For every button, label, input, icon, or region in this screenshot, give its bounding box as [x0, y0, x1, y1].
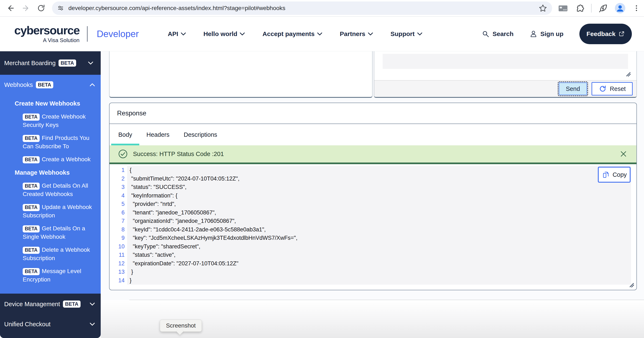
- sidebar-section-webhooks[interactable]: WebhooksBETA: [0, 75, 101, 95]
- sidebar-item-message-level-encryption[interactable]: BETAMessage Level Encryption: [0, 267, 101, 284]
- sidebar-group-heading[interactable]: Create New Webhooks: [0, 99, 101, 108]
- logo-wordmark: cybersource: [14, 24, 80, 36]
- textarea-resize-handle[interactable]: [626, 71, 631, 78]
- extensions-puzzle-icon[interactable]: [575, 3, 584, 13]
- browser-toolbar: developer.cybersource.com/api-reference-…: [0, 0, 644, 17]
- beta-badge: BETA: [58, 59, 76, 67]
- line-number: 11: [114, 251, 127, 259]
- logo-tagline: A Visa Solution: [43, 37, 80, 43]
- sidebar-group-heading[interactable]: Manage Webhooks: [0, 168, 101, 177]
- code-line: "expirationDate": "2027-07-10T04:05:12Z": [127, 259, 631, 268]
- line-number: 3: [114, 183, 127, 191]
- chevron-up-icon: [90, 83, 95, 86]
- back-icon[interactable]: [6, 3, 15, 13]
- line-number: 8: [114, 225, 127, 234]
- chevron-down-icon: [181, 32, 186, 35]
- battery-saver-leaf-icon[interactable]: [598, 3, 608, 13]
- tab-descriptions[interactable]: Descriptions: [177, 124, 224, 145]
- beta-badge: BETA: [23, 247, 40, 254]
- response-panel: Response BodyHeadersDescriptions Success…: [109, 103, 637, 290]
- response-title: Response: [117, 110, 146, 117]
- response-json-code[interactable]: 1{2 "submitTimeUtc": "2024-07-10T04:05:1…: [114, 166, 631, 285]
- sidebar-item-create-webhook-security-keys[interactable]: BETACreate Webhook Security Keys: [0, 112, 101, 129]
- sidebar-item-delete-a-webhook-subscription[interactable]: BETADelete a Webhook Subscription: [0, 246, 101, 262]
- developer-brand[interactable]: Developer: [97, 29, 139, 39]
- forward-icon[interactable]: [22, 3, 31, 13]
- signup-button[interactable]: Sign up: [530, 30, 564, 38]
- line-number: 1: [114, 166, 127, 174]
- chevron-down-icon: [317, 32, 322, 35]
- code-line: "keyType": "sharedSecret",: [127, 242, 631, 251]
- sidebar-section-device-management[interactable]: Device ManagementBETA: [0, 294, 101, 314]
- request-body-textarea[interactable]: [382, 54, 628, 69]
- line-number: 7: [114, 217, 127, 225]
- send-button[interactable]: Send: [559, 83, 587, 95]
- screenshot-tooltip: Screenshot: [160, 320, 202, 332]
- search-label: Search: [492, 30, 514, 37]
- nav-item-partners[interactable]: Partners: [340, 30, 373, 37]
- browser-menu-kebab-icon[interactable]: [632, 3, 641, 13]
- nav-item-api[interactable]: API: [168, 30, 186, 37]
- reset-icon: [598, 85, 607, 93]
- code-line: }: [127, 268, 631, 276]
- site-header: cybersource A Visa Solution Developer AP…: [0, 17, 644, 51]
- browser-actions: [558, 3, 641, 14]
- nav-item-hello-world[interactable]: Hello world: [204, 30, 245, 37]
- chevron-down-icon: [90, 323, 95, 326]
- code-line: "key": "Jcd5mXcheeLSKAzHymjk3TE4dxotdlbH…: [127, 234, 631, 242]
- banner-close-icon[interactable]: [619, 149, 628, 159]
- beta-badge: BETA: [23, 156, 40, 163]
- beta-badge: BETA: [36, 81, 54, 89]
- bottom-divider: [130, 300, 644, 300]
- tab-body[interactable]: Body: [111, 124, 139, 145]
- line-number: 9: [114, 234, 127, 242]
- code-line: "status": "active",: [127, 251, 631, 259]
- nav-item-label: API: [168, 30, 178, 37]
- search-icon: [482, 30, 490, 38]
- logo-divider: [87, 26, 88, 42]
- nav-item-support[interactable]: Support: [390, 30, 422, 37]
- response-resize-handle[interactable]: [629, 282, 634, 289]
- code-line: "provider": "nrtd",: [127, 200, 631, 208]
- site-settings-icon[interactable]: [57, 4, 64, 12]
- nav-item-label: Support: [390, 30, 415, 37]
- line-number: 13: [114, 268, 127, 276]
- sidebar-item-create-a-webhook[interactable]: BETACreate a Webhook: [0, 155, 101, 164]
- sidebar-item-get-details-on-all-created-webhooks[interactable]: BETAGet Details On All Created Webhooks: [0, 181, 101, 198]
- url-text: developer.cybersource.com/api-reference-…: [68, 5, 538, 11]
- section-label: Unified Checkout: [4, 321, 50, 328]
- check-circle-icon: [118, 149, 128, 159]
- profile-avatar[interactable]: [615, 3, 626, 14]
- feedback-button[interactable]: Feedback: [580, 24, 632, 44]
- line-number: 5: [114, 200, 127, 208]
- address-bar[interactable]: developer.cybersource.com/api-reference-…: [52, 1, 552, 15]
- nav-item-label: Accept payments: [262, 30, 314, 37]
- tab-headers[interactable]: Headers: [139, 124, 177, 145]
- code-line: "submitTimeUtc": "2024-07-10T04:05:12Z",: [127, 174, 631, 183]
- chevron-down-icon: [417, 32, 422, 35]
- reload-icon[interactable]: [36, 3, 46, 13]
- code-line: "organizationId": "janedoe_1706050867",: [127, 217, 631, 225]
- nav-item-accept-payments[interactable]: Accept payments: [262, 30, 322, 37]
- toolbar-separator: [591, 4, 592, 12]
- reset-button[interactable]: Reset: [592, 82, 633, 96]
- line-number: 4: [114, 191, 127, 200]
- sidebar-section-merchant-boarding[interactable]: Merchant BoardingBETA: [4, 53, 95, 73]
- chevron-down-icon: [90, 303, 95, 306]
- bookmark-star-icon[interactable]: [538, 3, 548, 13]
- search-button[interactable]: Search: [482, 30, 514, 38]
- sidebar-item-get-details-on-a-single-webhook[interactable]: BETAGet Details On a Single Webhook: [0, 224, 101, 241]
- chevron-down-icon: [240, 32, 245, 35]
- cybersource-logo[interactable]: cybersource A Visa Solution: [14, 24, 80, 43]
- copy-icon: [602, 170, 610, 179]
- code-line: "keyId": "1cddc0c4-2411-2ade-e063-5c588e…: [127, 225, 631, 234]
- copy-button[interactable]: Copy: [598, 167, 630, 183]
- request-right-panel: Send Reset: [374, 51, 637, 98]
- payment-card-icon[interactable]: [558, 3, 568, 13]
- sidebar-section-unified-checkout[interactable]: Unified Checkout: [0, 314, 101, 334]
- signup-label: Sign up: [540, 30, 564, 37]
- beta-badge: BETA: [23, 183, 40, 190]
- sidebar-item-update-a-webhook-subscription[interactable]: BETAUpdate a Webhook Subscription: [0, 203, 101, 220]
- sidebar-item-find-products-you-can-subscribe-to[interactable]: BETAFind Products You Can Subscribe To: [0, 134, 101, 151]
- sidebar: Merchant BoardingBETA WebhooksBETA Creat…: [0, 51, 101, 338]
